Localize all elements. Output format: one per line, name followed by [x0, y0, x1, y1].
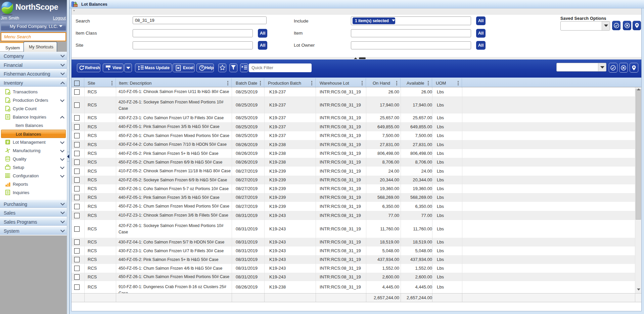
svg-text:?: ? [201, 66, 203, 70]
